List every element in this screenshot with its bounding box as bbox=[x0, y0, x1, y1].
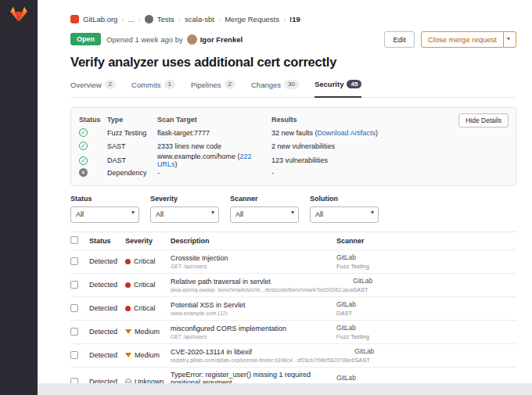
breadcrumb-separator-icon bbox=[218, 15, 221, 23]
tab-label: Changes bbox=[251, 81, 281, 89]
summary-row: SAST 2333 lines new code 2 new vulnerabi… bbox=[79, 139, 508, 153]
hide-details-button[interactable]: Hide Details bbox=[458, 113, 509, 127]
scanner-vendor: GitLab bbox=[336, 300, 516, 308]
severity-unknown-icon bbox=[125, 379, 131, 383]
severity-critical-icon bbox=[125, 282, 131, 288]
scan-type: DAST bbox=[107, 156, 157, 164]
status-success-icon bbox=[79, 128, 88, 137]
scan-type: Dependency bbox=[107, 169, 157, 177]
solution-filter-select[interactable]: All bbox=[310, 206, 379, 223]
tab-commits[interactable]: Commits 1 bbox=[131, 78, 175, 97]
scan-target: www.example.com/home (222 URLs) bbox=[157, 153, 271, 168]
severity-label: Critical bbox=[134, 257, 156, 265]
finding-status: Detected bbox=[89, 304, 125, 312]
edit-button[interactable]: Edit bbox=[384, 31, 414, 48]
mr-meta-row: Open Opened 1 week ago by Igor Frenkel E… bbox=[70, 30, 516, 48]
author-avatar[interactable] bbox=[187, 34, 197, 45]
breadcrumb-group[interactable]: GitLab.org bbox=[83, 15, 117, 23]
col-status: Status bbox=[89, 237, 125, 245]
row-checkbox[interactable] bbox=[70, 281, 78, 289]
finding-title[interactable]: TypeError: register_user() missing 1 req… bbox=[171, 371, 336, 384]
scanner-name: Fuzz Testing bbox=[336, 263, 516, 270]
table-row: Detected Critical Relative path traversa… bbox=[70, 273, 516, 296]
filter-solution: Solution All bbox=[310, 195, 379, 223]
breadcrumb-separator-icon bbox=[138, 15, 140, 23]
finding-status: Detected bbox=[89, 328, 125, 336]
row-checkbox[interactable] bbox=[70, 378, 78, 383]
scanner-vendor: GitLab bbox=[336, 253, 516, 261]
scan-type: Fuzz Testing bbox=[107, 129, 157, 137]
finding-location: java-spring-owasp_benchmark/src/m.../tes… bbox=[171, 287, 353, 293]
vulnerability-filters: Status All Severity All Scanner All Solu… bbox=[70, 195, 516, 232]
breadcrumb-ellipsis[interactable]: ... bbox=[128, 15, 135, 23]
finding-location: GET /api/users bbox=[171, 264, 336, 269]
filter-label: Solution bbox=[310, 195, 379, 203]
breadcrumb-separator-icon bbox=[178, 15, 181, 23]
row-checkbox[interactable] bbox=[70, 328, 78, 336]
finding-title[interactable]: misconfigured CORS implementation bbox=[171, 325, 336, 332]
finding-location: registry.gitlab.com/gitlab-org/license-f… bbox=[171, 357, 354, 363]
select-all-checkbox[interactable] bbox=[70, 236, 78, 244]
scan-target: 2333 lines new code bbox=[157, 142, 271, 150]
mr-state-badge: Open bbox=[70, 33, 101, 45]
col-severity: Severity bbox=[125, 237, 171, 245]
tab-pipelines[interactable]: Pipelines 2 bbox=[191, 78, 235, 97]
scanner-filter-select[interactable]: All bbox=[230, 206, 299, 223]
finding-title[interactable]: Relative path traversal in servlet bbox=[171, 278, 353, 285]
scan-results: 123 vulnerabilities bbox=[271, 156, 508, 164]
gitlab-logo-icon[interactable] bbox=[9, 5, 28, 23]
mr-tabs: Overview 2 Commits 1 Pipelines 2 Changes… bbox=[70, 78, 516, 98]
status-filter-select[interactable]: All bbox=[70, 206, 139, 223]
close-mr-dropdown-caret-icon[interactable] bbox=[504, 31, 516, 48]
vulnerability-table: Status Severity Description Scanner Dete… bbox=[70, 232, 516, 384]
row-checkbox[interactable] bbox=[70, 351, 78, 359]
severity-critical-icon bbox=[125, 306, 131, 311]
close-merge-request-main[interactable]: Close merge request bbox=[421, 31, 504, 48]
breadcrumb: GitLab.org ... Tests scala-sbt Merge Req… bbox=[70, 0, 516, 24]
author-name[interactable]: Igor Frenkel bbox=[200, 35, 243, 44]
row-checkbox[interactable] bbox=[70, 304, 78, 312]
severity-label: Unknown bbox=[135, 378, 164, 383]
breadcrumb-project[interactable]: scala-sbt bbox=[185, 15, 214, 23]
col-description: Description bbox=[171, 237, 336, 245]
finding-title[interactable]: Crosssite Injection bbox=[171, 254, 336, 262]
tab-security[interactable]: Security 45 bbox=[315, 78, 361, 98]
severity-medium-icon bbox=[125, 329, 131, 334]
status-canceled-icon bbox=[79, 168, 88, 177]
scanner-name: SAST bbox=[354, 357, 532, 364]
left-sidebar bbox=[0, 0, 38, 395]
table-row: Detected Critical Potential XSS in Servl… bbox=[70, 296, 516, 320]
breadcrumb-merge-requests[interactable]: Merge Requests bbox=[225, 15, 279, 23]
tab-overview[interactable]: Overview 2 bbox=[70, 78, 116, 97]
summary-header-row: Status Type Scan Target Results bbox=[79, 113, 508, 126]
tab-changes[interactable]: Changes 30 bbox=[251, 78, 299, 97]
summary-row: Dependency - - bbox=[79, 166, 508, 179]
filter-scanner: Scanner All bbox=[230, 195, 299, 223]
finding-title[interactable]: CVE-2020-13114 in libexif bbox=[171, 348, 354, 356]
filter-label: Severity bbox=[150, 195, 219, 203]
summary-row: DAST www.example.com/home (222 URLs) 123… bbox=[79, 153, 508, 166]
severity-label: Critical bbox=[134, 281, 156, 289]
summary-col-status: Status bbox=[79, 116, 107, 124]
row-checkbox[interactable] bbox=[70, 257, 78, 265]
tab-count-badge: 30 bbox=[284, 80, 299, 89]
severity-filter-select[interactable]: All bbox=[150, 206, 219, 223]
breadcrumb-mr-number: !19 bbox=[289, 15, 300, 23]
severity-label: Critical bbox=[134, 304, 156, 312]
tab-count-badge: 1 bbox=[164, 80, 175, 89]
scanner-vendor: GitLab bbox=[354, 347, 532, 355]
tab-count-badge: 2 bbox=[105, 80, 116, 89]
close-merge-request-button: Close merge request bbox=[421, 31, 516, 48]
mr-title: Verify analyzer uses additional cert cor… bbox=[70, 55, 516, 70]
finding-title[interactable]: Potential XSS in Servlet bbox=[171, 301, 336, 309]
tab-count-badge: 45 bbox=[347, 80, 361, 89]
breadcrumb-separator-icon bbox=[121, 15, 124, 23]
tab-count-badge: 2 bbox=[225, 80, 235, 89]
finding-status: Detected bbox=[89, 351, 125, 359]
status-success-icon bbox=[79, 142, 88, 150]
scanner-name: Fuzz Testing bbox=[336, 383, 516, 384]
download-artifacts-link[interactable]: Download Artifacts bbox=[318, 129, 376, 137]
breadcrumb-subgroup[interactable]: Tests bbox=[157, 15, 174, 23]
table-row: Detected Medium misconfigured CORS imple… bbox=[70, 320, 516, 343]
table-row: Detected Critical Crosssite InjectionGET… bbox=[70, 250, 516, 273]
